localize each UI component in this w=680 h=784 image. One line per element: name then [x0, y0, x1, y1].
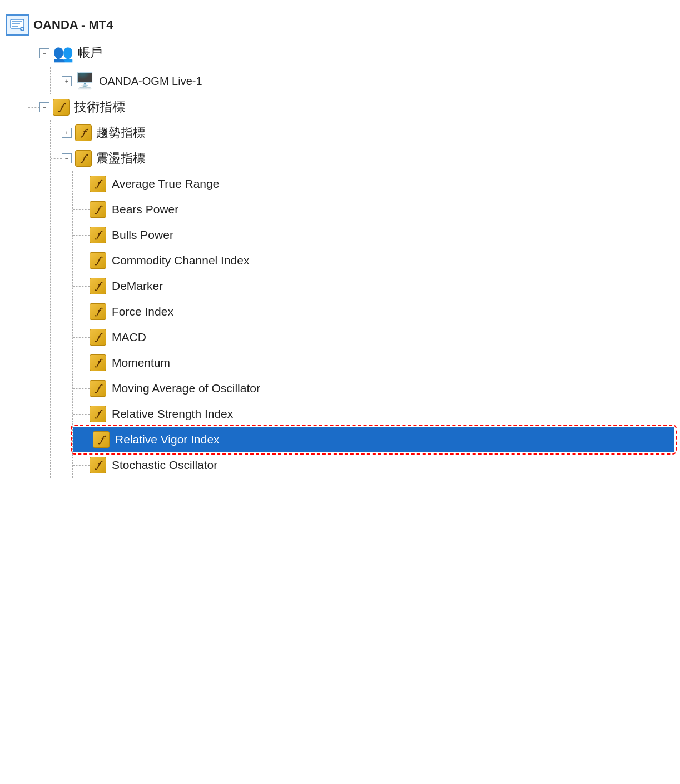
indicator-label-moving-avg-oscillator: Moving Average of Oscillator	[112, 381, 260, 396]
indicator-item-relative-vigor-index[interactable]: 𝑓Relative Vigor Index	[73, 427, 674, 452]
indicator-label-bulls-power: Bulls Power	[112, 227, 173, 242]
indicator-icon-avg-true-range: 𝑓	[90, 176, 106, 192]
indicator-item-demarker[interactable]: 𝑓DeMarker	[73, 273, 674, 299]
accounts-node[interactable]: − 👥 帳戶	[28, 39, 674, 67]
indicators-label: 技術指標	[74, 99, 125, 116]
indicator-label-macd: MACD	[112, 329, 146, 344]
trend-icon: 𝑓	[75, 124, 92, 141]
indicator-label-bears-power: Bears Power	[112, 202, 178, 217]
indicator-item-bears-power[interactable]: 𝑓Bears Power	[73, 197, 674, 222]
indicator-label-demarker: DeMarker	[112, 278, 163, 293]
account-expand[interactable]: +	[62, 76, 72, 86]
trend-expand[interactable]: +	[62, 128, 72, 138]
oscillator-node[interactable]: − 𝑓 震盪指標	[51, 146, 674, 171]
indicator-item-momentum[interactable]: 𝑓Momentum	[73, 350, 674, 376]
indicator-item-macd[interactable]: 𝑓MACD	[73, 324, 674, 350]
trend-node[interactable]: + 𝑓 趨勢指標	[51, 120, 674, 146]
accounts-label: 帳戶	[78, 45, 102, 61]
trend-label: 趨勢指標	[96, 125, 145, 141]
indicator-icon-commodity-channel-index: 𝑓	[90, 252, 106, 269]
indicator-item-commodity-channel-index[interactable]: 𝑓Commodity Channel Index	[73, 248, 674, 273]
indicator-label-rsi: Relative Strength Index	[112, 406, 233, 421]
oscillator-icon: 𝑓	[75, 150, 92, 167]
accounts-icon: 👥	[53, 43, 73, 63]
indicator-label-avg-true-range: Average True Range	[112, 176, 219, 191]
indicator-icon-moving-avg-oscillator: 𝑓	[90, 380, 106, 397]
root-node[interactable]: OANDA - MT4	[6, 11, 674, 39]
indicator-label-commodity-channel-index: Commodity Channel Index	[112, 253, 249, 268]
indicator-item-bulls-power[interactable]: 𝑓Bulls Power	[73, 222, 674, 248]
indicator-label-force-index: Force Index	[112, 304, 173, 319]
indicator-item-stochastic-oscillator[interactable]: 𝑓Stochastic Oscillator	[73, 452, 674, 478]
indicator-icon-bears-power: 𝑓	[90, 201, 106, 218]
indicators-expand[interactable]: −	[39, 102, 49, 112]
indicators-icon: 𝑓	[53, 99, 70, 116]
indicators-node[interactable]: − 𝑓 技術指標	[28, 94, 674, 120]
oscillator-expand[interactable]: −	[62, 153, 72, 163]
account-server-icon: 🖥️	[75, 72, 95, 90]
indicator-icon-relative-vigor-index: 𝑓	[93, 431, 110, 448]
account-label: OANDA-OGM Live-1	[99, 74, 202, 88]
root-label: OANDA - MT4	[33, 17, 113, 33]
indicator-icon-rsi: 𝑓	[90, 406, 106, 422]
indicator-label-momentum: Momentum	[112, 355, 170, 370]
tree-container: OANDA - MT4 − 👥 帳戶	[0, 0, 680, 784]
indicator-icon-momentum: 𝑓	[90, 354, 106, 371]
indicator-icon-bulls-power: 𝑓	[90, 227, 106, 243]
indicator-label-stochastic-oscillator: Stochastic Oscillator	[112, 457, 217, 472]
oscillator-label: 震盪指標	[96, 151, 145, 167]
indicator-item-rsi[interactable]: 𝑓Relative Strength Index	[73, 401, 674, 427]
indicator-icon-macd: 𝑓	[90, 329, 106, 346]
indicator-item-avg-true-range[interactable]: 𝑓Average True Range	[73, 171, 674, 197]
tree-view-icon	[6, 14, 29, 36]
indicator-icon-force-index: 𝑓	[90, 303, 106, 320]
indicator-item-moving-avg-oscillator[interactable]: 𝑓Moving Average of Oscillator	[73, 376, 674, 401]
indicator-item-force-index[interactable]: 𝑓Force Index	[73, 299, 674, 324]
indicator-label-relative-vigor-index: Relative Vigor Index	[115, 432, 220, 447]
indicator-icon-stochastic-oscillator: 𝑓	[90, 457, 106, 473]
account-item[interactable]: + 🖥️ OANDA-OGM Live-1	[51, 67, 674, 94]
accounts-expand[interactable]: −	[39, 48, 49, 58]
indicator-icon-demarker: 𝑓	[90, 278, 106, 294]
